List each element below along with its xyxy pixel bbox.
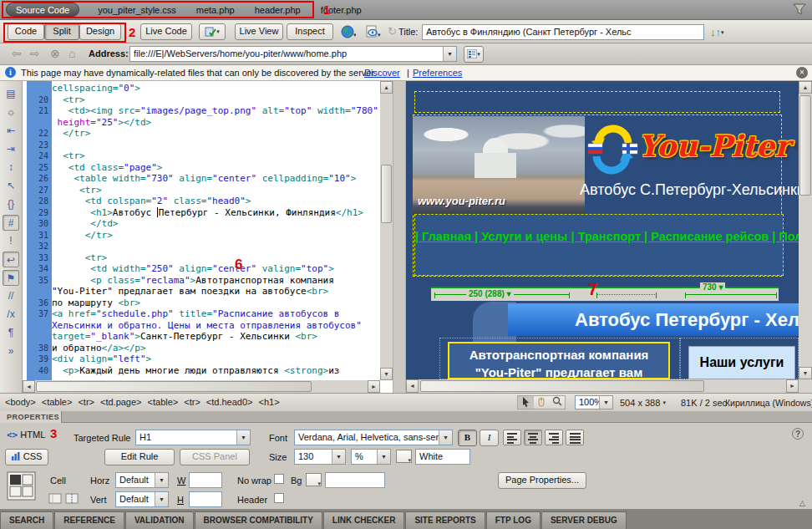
- code-line-text[interactable]: <tr>: [52, 185, 102, 196]
- related-file-tab[interactable]: you_piter_style.css: [98, 5, 176, 15]
- filter-funnel-icon[interactable]: [793, 3, 806, 16]
- scroll-right-icon[interactable]: ►: [368, 380, 380, 393]
- collapse-panel-icon[interactable]: △: [799, 499, 805, 507]
- code-line-text[interactable]: height="25"></td>: [52, 117, 151, 129]
- code-line-text[interactable]: <tr>: [52, 94, 85, 106]
- window-size-select[interactable]: 504 x 388 ▾: [620, 398, 666, 408]
- validate-page-icon[interactable]: ▾: [366, 25, 383, 38]
- discover-link[interactable]: Discover: [364, 68, 400, 78]
- back-icon[interactable]: ⇦: [12, 47, 22, 60]
- services-box[interactable]: Наши услуги: [688, 346, 795, 379]
- text-color-input[interactable]: White: [415, 449, 470, 465]
- code-line-text[interactable]: target="_blank">Санкт-Петербург - Хельси…: [52, 331, 317, 343]
- code-line-row[interactable]: 28 <td colspan="2" class="head0">: [23, 196, 367, 207]
- syntax-error-alerts-icon[interactable]: ⚑: [3, 270, 19, 286]
- site-nav-link[interactable]: Услуги и цены: [471, 230, 567, 243]
- forward-icon[interactable]: ⇨: [30, 47, 40, 60]
- page-top-table-outline[interactable]: [414, 91, 780, 113]
- address-dropdown-icon[interactable]: ▼: [443, 47, 456, 61]
- select-parent-tag-icon[interactable]: ↖: [3, 178, 19, 194]
- split-view-button[interactable]: Split: [44, 23, 79, 40]
- code-line-row[interactable]: 30 </td>: [23, 218, 367, 230]
- code-view-button[interactable]: Code: [8, 23, 44, 40]
- results-tab[interactable]: REFERENCE: [54, 511, 124, 529]
- size-unit-select[interactable]: %▼: [351, 449, 391, 465]
- code-line-text[interactable]: Хельсинки и обратно. Цены и места отправ…: [52, 320, 362, 332]
- code-line-row[interactable]: 27 <tr>: [23, 185, 367, 196]
- code-line-row[interactable]: height="25"></td>: [23, 117, 367, 129]
- related-file-tab[interactable]: meta.php: [196, 5, 235, 15]
- scroll-right-icon[interactable]: ►: [786, 379, 799, 393]
- css-mode-button[interactable]: CSS: [5, 449, 48, 465]
- code-line-text[interactable]: <p>Каждый день многие люди отправляются …: [52, 365, 339, 377]
- design-view[interactable]: You-Piter Автобус С.Петербург-Хельсинки …: [406, 81, 812, 393]
- open-documents-icon[interactable]: ▤: [3, 86, 19, 102]
- code-line-text[interactable]: <td width="250" align="center" valign="t…: [52, 263, 334, 275]
- code-line-row[interactable]: 36по маршруту <br>: [23, 298, 367, 309]
- view-options-button[interactable]: ▾: [464, 46, 484, 63]
- tag-selector-item[interactable]: <td.head0>: [206, 397, 253, 407]
- scroll-left-icon[interactable]: ◄: [23, 380, 35, 393]
- tag-selector-item[interactable]: <body>: [5, 397, 36, 407]
- justify-button[interactable]: [566, 430, 584, 445]
- align-center-button[interactable]: [524, 430, 542, 445]
- results-tab[interactable]: VALIDATION: [125, 511, 194, 529]
- scroll-left-icon[interactable]: ◄: [406, 379, 419, 393]
- results-tab[interactable]: SITE REPORTS: [405, 511, 485, 529]
- help-icon[interactable]: ?: [792, 428, 804, 440]
- no-wrap-checkbox[interactable]: [274, 474, 284, 484]
- code-view[interactable]: cellspacing="0"> 20 <tr> 21 <td><img src…: [23, 81, 393, 393]
- code-line-row[interactable]: 34 <td width="250" align="center" valign…: [23, 263, 367, 275]
- site-nav-link[interactable]: Главная: [415, 230, 471, 243]
- results-tab[interactable]: SERVER DEBUG: [541, 511, 627, 529]
- code-line-text[interactable]: по маршруту <br>: [52, 298, 140, 309]
- address-value[interactable]: file:///E|/WebServers/home/you-piter/www…: [130, 47, 456, 58]
- tag-selector-item[interactable]: <table>: [42, 397, 73, 407]
- code-line-row[interactable]: cellspacing="0">: [23, 83, 367, 94]
- zoom-tool-icon[interactable]: [549, 396, 565, 409]
- code-line-text[interactable]: <td class="page">: [52, 162, 162, 174]
- bold-button[interactable]: B: [458, 430, 477, 446]
- hand-tool-icon[interactable]: [534, 396, 550, 409]
- table-width-730-label[interactable]: 730 ▾: [700, 282, 725, 292]
- preview-in-browser-globe-icon[interactable]: ▾: [341, 25, 356, 38]
- code-line-row[interactable]: 31 </tr>: [23, 230, 367, 242]
- results-tab[interactable]: LINK CHECKER: [323, 511, 405, 529]
- zoom-level-select[interactable]: 100%▼: [575, 395, 613, 409]
- cell-height-input[interactable]: [189, 491, 222, 507]
- tag-selector-item[interactable]: <table>: [148, 397, 179, 407]
- expand-all-icon[interactable]: ↕: [3, 160, 19, 175]
- code-line-row[interactable]: 26 <table width="730" align="center" cel…: [23, 173, 367, 185]
- address-input[interactable]: file:///E|/WebServers/home/you-piter/www…: [129, 46, 457, 62]
- close-info-bar-icon[interactable]: ×: [796, 67, 808, 79]
- scrollbar-thumb[interactable]: [381, 165, 392, 223]
- page-heading-banner[interactable]: Автобус Петербург - Хельсинки: [508, 303, 799, 336]
- tag-selector-item[interactable]: <tr>: [78, 397, 94, 407]
- css-panel-button[interactable]: CSS Panel: [180, 449, 250, 465]
- properties-tab[interactable]: PROPERTIES: [0, 411, 62, 423]
- code-line-text[interactable]: <tr>: [52, 150, 85, 162]
- code-line-text[interactable]: <div align="left">: [52, 354, 151, 365]
- code-line-row[interactable]: 22 </tr>: [23, 128, 367, 140]
- stop-icon[interactable]: ⊗: [50, 47, 60, 60]
- code-line-text[interactable]: <a href="schedule.php" title="Расписание…: [52, 308, 339, 320]
- align-left-button[interactable]: [503, 430, 521, 445]
- code-line-text[interactable]: "You-Piter" предлагает вам поездки на ав…: [52, 286, 328, 298]
- inspect-button[interactable]: Inspect: [287, 23, 333, 40]
- horz-align-select[interactable]: Default▼: [115, 472, 169, 488]
- source-code-tab[interactable]: Source Code: [6, 3, 79, 17]
- html-mode-button[interactable]: <> HTML: [7, 430, 45, 440]
- collapse-full-tag-icon[interactable]: ⇤: [3, 123, 19, 139]
- file-management-icons[interactable]: ↓↑▾: [710, 24, 724, 39]
- page-properties-button[interactable]: Page Properties...: [498, 472, 586, 489]
- font-select[interactable]: Verdana, Arial, Helvetica, sans-serif▼: [294, 430, 453, 445]
- code-line-text[interactable]: и обратно</a></p>: [52, 343, 146, 354]
- site-nav-link[interactable]: Расписание рейсов: [641, 230, 769, 243]
- related-file-tab[interactable]: header.php: [255, 5, 301, 15]
- tag-selector-item[interactable]: <h1>: [259, 397, 280, 407]
- results-tab[interactable]: FTP LOG: [486, 511, 540, 529]
- code-line-row[interactable]: 29 <h1>Автобус Петербург - Хельсинки, Фи…: [23, 207, 367, 219]
- tag-selector-item[interactable]: <td.page>: [100, 397, 142, 407]
- results-tab[interactable]: BROWSER COMPATIBILITY: [195, 511, 322, 529]
- code-line-row[interactable]: "You-Piter" предлагает вам поездки на ав…: [23, 286, 367, 298]
